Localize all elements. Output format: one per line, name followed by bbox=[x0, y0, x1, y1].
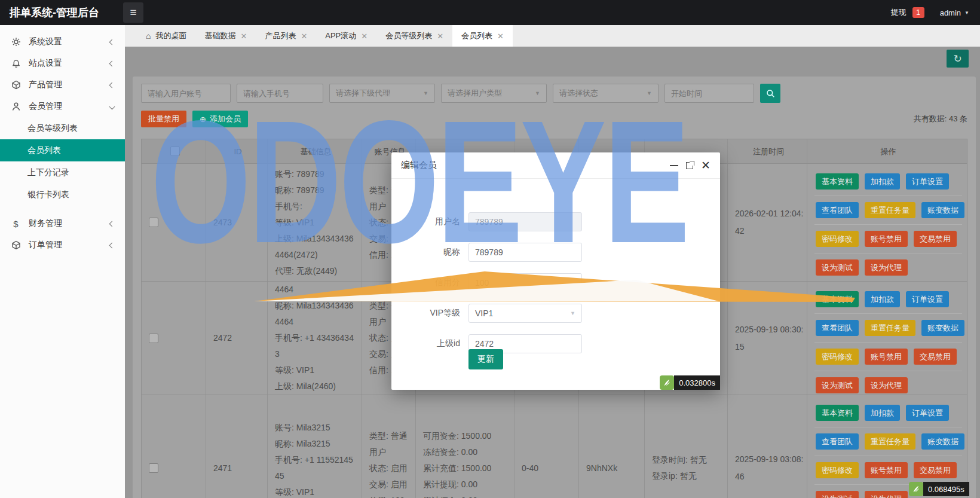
action-button[interactable]: 基本资料 bbox=[816, 291, 859, 307]
select-placeholder: 请选择状态 bbox=[559, 88, 598, 99]
action-button[interactable]: 设为测试 bbox=[816, 259, 859, 276]
action-button[interactable]: 订单设置 bbox=[906, 173, 949, 190]
close-icon[interactable]: ✕ bbox=[240, 32, 247, 41]
search-button[interactable] bbox=[760, 84, 780, 103]
row-checkbox[interactable] bbox=[149, 334, 158, 343]
close-icon[interactable]: ✕ bbox=[301, 32, 307, 41]
action-button[interactable]: 查看团队 bbox=[816, 202, 859, 218]
minimize-icon[interactable] bbox=[670, 165, 678, 166]
action-button[interactable]: 加扣款 bbox=[865, 173, 900, 190]
chevron-left-icon bbox=[109, 82, 115, 88]
update-button[interactable]: 更新 bbox=[468, 349, 503, 369]
close-icon[interactable]: ✕ bbox=[361, 32, 368, 41]
account-input[interactable] bbox=[141, 84, 231, 103]
action-button[interactable]: 重置任务量 bbox=[865, 433, 915, 450]
action-button[interactable]: 账号禁用 bbox=[865, 349, 908, 365]
close-icon[interactable]: ✕ bbox=[701, 160, 710, 171]
close-icon[interactable]: ✕ bbox=[497, 32, 504, 41]
action-button[interactable]: 设为代理 bbox=[865, 377, 908, 393]
batch-disable-button[interactable]: 批量禁用 bbox=[141, 111, 186, 127]
credit-input[interactable] bbox=[468, 273, 582, 292]
sidebar-item-order-management[interactable]: 订单管理 bbox=[0, 234, 125, 256]
cell-id: 2473 bbox=[206, 164, 268, 281]
sidebar-item-member-level-list[interactable]: 会员等级列表 bbox=[0, 117, 125, 139]
action-button[interactable]: 账变数据 bbox=[921, 320, 964, 336]
action-button[interactable]: 基本资料 bbox=[816, 405, 859, 421]
tab-app-scroll[interactable]: APP滚动 ✕ bbox=[316, 25, 376, 47]
action-button[interactable]: 密码修改 bbox=[816, 349, 859, 365]
tab-my-desktop[interactable]: ⌂ 我的桌面 bbox=[137, 25, 195, 47]
action-button[interactable]: 查看团队 bbox=[816, 320, 859, 336]
tab-label: 会员列表 bbox=[461, 30, 492, 41]
action-button[interactable]: 加扣款 bbox=[865, 291, 900, 307]
status-select[interactable]: 请选择状态 ▼ bbox=[553, 84, 659, 103]
action-button[interactable]: 账变数据 bbox=[921, 202, 964, 218]
phone-input[interactable] bbox=[237, 84, 323, 103]
caret-down-icon: ▼ bbox=[570, 310, 575, 316]
total-count: 共有数据: 43 条 bbox=[914, 114, 967, 124]
refresh-button[interactable]: ↻ bbox=[947, 50, 969, 68]
start-time-input[interactable] bbox=[664, 84, 754, 103]
filter-bar: 请选择下级代理 ▼ 请选择用户类型 ▼ 请选择状态 ▼ bbox=[141, 84, 967, 103]
action-button[interactable]: 账号禁用 bbox=[865, 462, 908, 478]
action-button[interactable]: 订单设置 bbox=[906, 405, 949, 421]
nickname-input[interactable] bbox=[468, 243, 582, 262]
action-button[interactable]: 账号禁用 bbox=[865, 231, 908, 247]
action-button[interactable]: 设为测试 bbox=[816, 377, 859, 393]
action-button[interactable]: 交易禁用 bbox=[914, 231, 957, 247]
action-button[interactable]: 设为代理 bbox=[865, 491, 908, 498]
caret-down-icon: ▼ bbox=[535, 90, 540, 96]
refresh-icon: ↻ bbox=[953, 53, 961, 65]
range-cell: 0-40 bbox=[514, 395, 579, 498]
hamburger-button[interactable]: ≡ bbox=[123, 2, 143, 23]
select-placeholder: 请选择用户类型 bbox=[448, 88, 502, 99]
account-info-line: 交易: 启用 bbox=[369, 476, 411, 493]
sidebar-item-bank-card-list[interactable]: 银行卡列表 bbox=[0, 184, 125, 206]
sidebar-item-member-management[interactable]: 会员管理 bbox=[0, 96, 125, 117]
sidebar-item-finance-management[interactable]: $ 财务管理 bbox=[0, 213, 125, 234]
action-button[interactable]: 密码修改 bbox=[816, 231, 859, 247]
modal-title: 编辑会员 bbox=[401, 160, 437, 171]
sidebar-item-member-list[interactable]: 会员列表 bbox=[0, 139, 125, 161]
vip-level-select[interactable]: VIP1 ▼ bbox=[468, 304, 582, 323]
agent-select[interactable]: 请选择下级代理 ▼ bbox=[329, 84, 435, 103]
col-basic-info: 基础信息 bbox=[268, 139, 362, 163]
bell-icon bbox=[11, 59, 21, 69]
close-icon[interactable]: ✕ bbox=[437, 32, 443, 41]
withdraw-link[interactable]: 提现 bbox=[891, 7, 906, 18]
tab-member-list[interactable]: 会员列表 ✕ bbox=[452, 25, 513, 47]
caret-down-icon: ▼ bbox=[647, 90, 652, 96]
action-button[interactable]: 订单设置 bbox=[906, 291, 949, 307]
tab-label: 我的桌面 bbox=[155, 30, 186, 41]
action-button[interactable]: 查看团队 bbox=[816, 433, 859, 450]
sidebar-item-product-management[interactable]: 产品管理 bbox=[0, 74, 125, 96]
page-timer-badge: 0.068495s bbox=[909, 482, 969, 496]
add-member-button[interactable]: ⊕ 添加会员 bbox=[192, 111, 248, 127]
action-button[interactable]: 重置任务量 bbox=[865, 202, 915, 218]
user-type-select[interactable]: 请选择用户类型 ▼ bbox=[441, 84, 547, 103]
row-checkbox[interactable] bbox=[149, 218, 158, 227]
edit-member-modal: 编辑会员 ✕ 用户名 昵称 信用分 VIP等级 VIP1 ▼ 上级id 更新 0… bbox=[391, 152, 720, 390]
user-menu[interactable]: admin ▼ bbox=[940, 8, 969, 17]
select-all-checkbox[interactable] bbox=[170, 146, 180, 156]
row-checkbox[interactable] bbox=[149, 463, 158, 473]
action-button[interactable]: 交易禁用 bbox=[914, 349, 957, 365]
basic-info-line: 昵称: Mila3215 bbox=[275, 436, 357, 452]
sidebar-item-score-records[interactable]: 上下分记录 bbox=[0, 161, 125, 184]
basic-info-line: 账号: Mila1343434364464 bbox=[275, 282, 357, 298]
action-button[interactable]: 设为代理 bbox=[865, 259, 908, 276]
sidebar-item-system-settings[interactable]: 系统设置 bbox=[0, 31, 125, 53]
action-button[interactable]: 密码修改 bbox=[816, 462, 859, 478]
action-button[interactable]: 设为测试 bbox=[816, 491, 859, 498]
maximize-icon[interactable] bbox=[686, 162, 693, 169]
action-button[interactable]: 重置任务量 bbox=[865, 320, 915, 336]
action-button[interactable]: 账变数据 bbox=[921, 433, 964, 450]
tab-product-list[interactable]: 产品列表 ✕ bbox=[256, 25, 316, 47]
tab-member-level-list[interactable]: 会员等级列表 ✕ bbox=[376, 25, 452, 47]
action-button[interactable]: 基本资料 bbox=[816, 173, 859, 190]
action-button[interactable]: 加扣款 bbox=[865, 405, 900, 421]
account-info-line: 类型: 普通用户 bbox=[369, 428, 411, 460]
sidebar-item-site-settings[interactable]: 站点设置 bbox=[0, 53, 125, 74]
action-button[interactable]: 交易禁用 bbox=[914, 462, 957, 478]
tab-basic-data[interactable]: 基础数据 ✕ bbox=[195, 25, 256, 47]
